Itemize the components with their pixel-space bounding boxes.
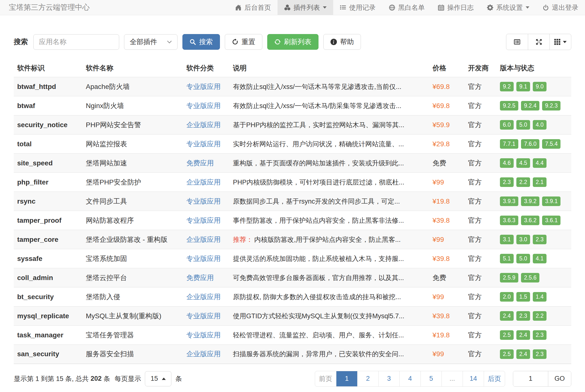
plugin-price: ¥69.8 [429, 96, 465, 116]
plugin-id: coll_admin [14, 268, 82, 288]
plugin-name: 网站防篡改程序 [82, 211, 183, 230]
plugin-category-link[interactable]: 企业版应用 [186, 236, 221, 243]
plugin-description: 基于PHP内核的监控工具，实时监控网站木马、漏洞等其... [230, 116, 429, 134]
plugin-description: 重构版，基于页面缓存的网站加速插件，安装或升级到此... [230, 154, 429, 173]
cubes-icon [284, 4, 291, 11]
page-button[interactable]: 1 [336, 371, 357, 386]
plugin-description: 轻松管理进程、流量监控、启动项、用户、服务、计划任... [230, 326, 429, 345]
columns-button[interactable] [549, 34, 571, 50]
plugin-category-cell: 免费应用 [183, 154, 230, 173]
plugin-description: 有效防止sql注入/xss/一句话木马等常见渗透攻击,当前仅... [230, 77, 429, 96]
plugin-price: ¥39.8 [429, 211, 465, 230]
goto-page-input[interactable] [513, 371, 548, 386]
info-icon [330, 39, 337, 45]
description-text: 重构版，基于页面缓存的网站加速插件，安装或升级到此... [233, 160, 404, 167]
plugin-category-link[interactable]: 企业版应用 [186, 350, 221, 358]
fullscreen-button[interactable] [528, 34, 549, 50]
plugin-vendor: 官方 [465, 134, 496, 154]
plugin-id: task_manager [14, 326, 82, 345]
plugin-category-link[interactable]: 专业版应用 [186, 255, 221, 262]
version-badge: 3.9.3 [500, 196, 518, 206]
plugin-vendor: 官方 [465, 173, 496, 192]
search-button[interactable]: 搜索 [182, 34, 220, 50]
page-button[interactable]: 14 [463, 371, 484, 386]
page-button[interactable]: 4 [399, 371, 420, 386]
description-text: 原数据同步工具，基于rsync开发的文件同步工具，可定... [233, 198, 400, 205]
version-badge: 2.5 [500, 330, 514, 340]
search-input[interactable] [33, 34, 119, 50]
plugin-category-link[interactable]: 免费应用 [186, 159, 214, 167]
page-button[interactable]: 5 [420, 371, 442, 386]
page-button[interactable]: 后页 [484, 371, 505, 386]
description-text: 可免费高效管理多台服务器面板，官方自用推荐，以及其... [233, 274, 404, 282]
page-button[interactable]: 3 [378, 371, 399, 386]
plugin-category-link[interactable]: 免费应用 [186, 274, 214, 282]
plugin-price: ¥99 [429, 230, 465, 249]
table-row: tamper_core 堡塔企业级防篡改 - 重构版 企业版应用 推荐：内核版防… [14, 230, 571, 249]
plugin-category-link[interactable]: 专业版应用 [186, 140, 221, 148]
plugin-category-link[interactable]: 企业版应用 [186, 121, 221, 128]
plugin-category-cell: 专业版应用 [183, 306, 230, 326]
version-badge: 9.2.3 [542, 101, 560, 110]
page-button[interactable]: 前页 [315, 371, 336, 386]
plugin-category-link[interactable]: 企业版应用 [186, 293, 221, 300]
go-button[interactable]: GO [548, 371, 571, 386]
version-badge: 2.4 [516, 349, 530, 359]
plugin-category-link[interactable]: 专业版应用 [186, 312, 221, 320]
expand-icon [536, 39, 542, 45]
table-row: mysql_replicate MySQL主从复制(重构版) 专业版应用 使用G… [14, 306, 571, 326]
table-row: rsync 文件同步工具 专业版应用 原数据同步工具，基于rsync开发的文件同… [14, 192, 571, 211]
plugin-category-link[interactable]: 企业版应用 [186, 178, 221, 186]
help-button[interactable]: 帮助 [323, 34, 361, 50]
version-badge: 3.6.3 [500, 216, 518, 225]
plugin-category-cell: 企业版应用 [183, 230, 230, 249]
plugin-description: 使用GTID方式轻松实现MySQL主从复制(仅支持Mysql5.7... [230, 306, 429, 326]
plugin-vendor: 官方 [465, 249, 496, 268]
main-nav: 后台首页 插件列表 使用记录 黑白名单 操作日志 系统设置 退出登录 [229, 0, 585, 15]
description-text: 提供灵活的系统加固功能，防止系统被植入木马，支持服... [233, 255, 404, 262]
version-badge: 2.2 [533, 311, 546, 321]
version-badge: 9.0 [533, 82, 546, 92]
refresh-list-button[interactable]: 刷新列表 [267, 34, 318, 50]
nav-item-usage-records[interactable]: 使用记录 [333, 0, 382, 15]
version-badge: 2.3 [533, 235, 546, 244]
plugin-price: ¥69.8 [429, 77, 465, 96]
col-header-price: 价格 [429, 59, 465, 77]
detail-view-button[interactable] [506, 34, 528, 50]
version-badge: 4.4 [533, 158, 546, 168]
per-page-select[interactable]: 15 [145, 371, 171, 386]
plugin-description: 扫描服务器系统的漏洞，异常用户，已安装软件的安全问... [230, 345, 429, 364]
nav-item-blackwhite-list[interactable]: 黑白名单 [382, 0, 431, 15]
plugin-vendor: 官方 [465, 268, 496, 288]
plugin-filter-select[interactable]: 全部插件 [124, 34, 178, 50]
nav-item-logout[interactable]: 退出登录 [536, 0, 585, 15]
col-header-description: 说明 [230, 59, 429, 77]
plugin-category-link[interactable]: 专业版应用 [186, 102, 221, 110]
plugin-description: 有效防止sql注入/xss/一句话木马/防采集等常见渗透攻击... [230, 96, 429, 116]
nav-item-operation-log[interactable]: 操作日志 [431, 0, 480, 15]
plugin-category-link[interactable]: 专业版应用 [186, 198, 221, 205]
nav-label: 退出登录 [552, 3, 578, 12]
version-badge: 3.9.1 [542, 196, 560, 206]
nav-item-system-settings[interactable]: 系统设置 [480, 0, 536, 15]
search-toolbar: 搜索 全部插件 搜索 重置 刷新列表 帮助 [14, 34, 571, 50]
page-button[interactable]: 2 [357, 371, 378, 386]
plugin-category-link[interactable]: 专业版应用 [186, 83, 221, 90]
description-text: 内核版防篡改,用于保护站点内容安全，防止黑客... [254, 236, 401, 243]
plugin-id: total [14, 134, 82, 154]
refresh-icon [274, 39, 281, 45]
reset-button[interactable]: 重置 [225, 34, 262, 50]
caret-up-icon [162, 378, 166, 380]
nav-item-plugin-list[interactable]: 插件列表 [278, 0, 333, 15]
gear-icon [487, 4, 493, 11]
version-badge: 2.5.9 [500, 273, 518, 282]
plugin-id: syssafe [14, 249, 82, 268]
nav-item-home[interactable]: 后台首页 [229, 0, 278, 15]
plugin-category-link[interactable]: 专业版应用 [186, 216, 221, 224]
plugin-price: ¥59.9 [429, 116, 465, 134]
version-badge: 2.4 [516, 330, 530, 340]
nav-label: 插件列表 [293, 3, 320, 12]
plugin-description: 提供灵活的系统加固功能，防止系统被植入木马，支持服... [230, 249, 429, 268]
plugin-category-link[interactable]: 专业版应用 [186, 331, 221, 339]
power-icon [542, 4, 549, 11]
